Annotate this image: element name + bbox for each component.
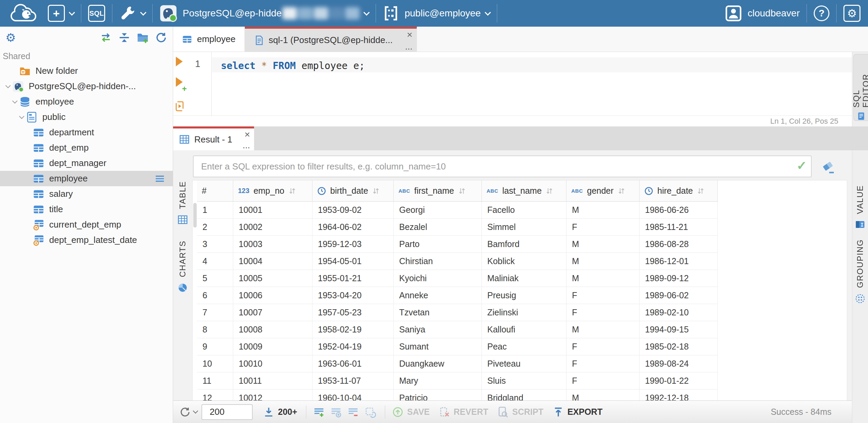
column-header-hire_date[interactable]: hire_date <box>640 180 718 201</box>
close-icon[interactable]: × <box>407 30 412 40</box>
grid-cell[interactable]: Patricio <box>394 390 482 400</box>
grid-cell[interactable]: F <box>566 355 640 372</box>
grid-cell[interactable]: Georgi <box>394 202 482 219</box>
grid-cell[interactable]: Sluis <box>482 372 566 390</box>
tab-value-panel[interactable]: VALUE <box>852 185 868 230</box>
row-number-cell[interactable]: 1 <box>197 202 233 219</box>
help-button[interactable]: ? <box>814 5 829 21</box>
connection-selector[interactable]: PostgreSQL@ep-hidde <box>159 4 369 22</box>
grid-cell[interactable]: 1953-11-07 <box>312 372 394 390</box>
collapse-all-icon[interactable] <box>118 31 130 44</box>
column-header-gender[interactable]: ABCgender <box>566 180 640 201</box>
tree-item-department[interactable]: department <box>0 125 173 140</box>
grid-cell[interactable]: Maliniak <box>482 270 566 287</box>
grid-cell[interactable]: M <box>566 321 640 338</box>
menu-handle-icon[interactable] <box>154 173 165 184</box>
row-number-cell[interactable]: 5 <box>197 270 233 287</box>
grid-cell[interactable]: Peac <box>482 338 566 355</box>
grid-cell[interactable]: 1989-06-02 <box>640 287 718 304</box>
tab-employee[interactable]: employee <box>173 27 245 52</box>
grid-cell[interactable]: 10002 <box>233 219 312 236</box>
execute-query-button[interactable] <box>176 57 183 66</box>
row-number-cell[interactable]: 10 <box>197 355 233 372</box>
grid-cell[interactable]: Duangkaew <box>394 355 482 372</box>
tab-result-1[interactable]: Result - 1 × ... <box>173 126 254 150</box>
grid-cell[interactable]: Bridgland <box>482 390 566 400</box>
scrollbar-thumb[interactable] <box>193 203 197 228</box>
grid-cell[interactable]: Sumant <box>394 338 482 355</box>
grid-cell[interactable]: 1963-06-01 <box>312 355 394 372</box>
execute-script-button[interactable] <box>174 100 185 112</box>
column-header-row-number[interactable]: # <box>197 180 233 201</box>
grid-cell[interactable]: 10007 <box>233 304 312 321</box>
row-limit-input[interactable] <box>201 404 253 420</box>
close-icon[interactable]: × <box>244 130 250 139</box>
duplicate-row-button[interactable] <box>330 406 342 418</box>
sort-icon[interactable] <box>546 187 554 195</box>
row-number-cell[interactable]: 7 <box>197 304 233 321</box>
grid-cell[interactable]: M <box>566 390 640 400</box>
code-area[interactable]: select * FROM employee e; <box>212 52 852 115</box>
grid-cell[interactable]: 10012 <box>233 390 312 400</box>
grid-cell[interactable]: 10009 <box>233 338 312 355</box>
refresh-button[interactable] <box>179 406 197 418</box>
chevron-down-icon[interactable] <box>17 116 26 118</box>
sort-icon[interactable] <box>618 187 626 195</box>
fetch-more-button[interactable]: 200+ <box>263 406 297 418</box>
column-header-first_name[interactable]: ABCfirst_name <box>394 180 482 201</box>
column-header-last_name[interactable]: ABClast_name <box>482 180 566 201</box>
sync-connections-icon[interactable] <box>100 31 112 44</box>
grid-cell[interactable]: F <box>566 287 640 304</box>
tab-sql-editor-side[interactable]: SQL EDITOR <box>853 54 868 121</box>
refresh-tree-icon[interactable] <box>155 31 167 44</box>
tools-button[interactable] <box>119 5 145 22</box>
tab-grouping-panel[interactable]: GROUPING <box>852 239 868 304</box>
row-number-cell[interactable]: 6 <box>197 287 233 304</box>
sort-icon[interactable] <box>289 187 297 195</box>
grid-cell[interactable]: Saniya <box>394 321 482 338</box>
tab-more-icon[interactable]: ... <box>243 141 250 150</box>
user-menu[interactable]: cloudbeaver <box>725 5 800 22</box>
cloudbeaver-logo-icon[interactable] <box>8 2 39 24</box>
tab-more-icon[interactable]: ... <box>405 42 412 51</box>
grid-cell[interactable]: 10001 <box>233 202 312 219</box>
settings-button[interactable]: ⚙ <box>843 5 860 22</box>
eraser-icon[interactable] <box>821 159 836 174</box>
grid-cell[interactable]: 10011 <box>233 372 312 390</box>
grid-cell[interactable]: 1994-09-15 <box>640 321 718 338</box>
grid-cell[interactable]: 1955-01-21 <box>312 270 394 287</box>
filter-input[interactable] <box>193 155 812 177</box>
apply-filter-icon[interactable]: ✓ <box>797 158 807 173</box>
revert-button[interactable]: REVERT <box>439 406 488 418</box>
grid-cell[interactable]: M <box>566 253 640 270</box>
row-number-cell[interactable]: 12 <box>197 390 233 400</box>
grid-cell[interactable]: 10006 <box>233 287 312 304</box>
grid-cell[interactable]: Anneke <box>394 287 482 304</box>
tree-item-dept-emp-latest-date[interactable]: dept_emp_latest_date <box>0 232 173 248</box>
grid-cell[interactable]: M <box>566 202 640 219</box>
grid-cell[interactable]: 10010 <box>233 355 312 372</box>
sort-icon[interactable] <box>697 187 705 195</box>
grid-cell[interactable]: Zielinski <box>482 304 566 321</box>
sort-icon[interactable] <box>372 187 380 195</box>
grid-cell[interactable]: 1989-09-12 <box>640 270 718 287</box>
delete-row-button[interactable] <box>347 406 359 418</box>
row-number-cell[interactable]: 4 <box>197 253 233 270</box>
tree-item-postgresql-ep-hidden-[interactable]: PostgreSQL@ep-hidden-... <box>0 79 173 94</box>
grid-cell[interactable]: Facello <box>482 202 566 219</box>
tab-table[interactable]: TABLE <box>173 178 192 230</box>
execute-new-tab-button[interactable] <box>176 77 183 87</box>
chevron-down-icon[interactable] <box>3 85 12 87</box>
grid-cell[interactable]: 1953-09-02 <box>312 202 394 219</box>
grid-cell[interactable]: Bezalel <box>394 219 482 236</box>
grid-cell[interactable]: 10005 <box>233 270 312 287</box>
chevron-down-icon[interactable] <box>10 100 19 103</box>
grid-cell[interactable]: 1952-04-19 <box>312 338 394 355</box>
schema-selector[interactable]: public@employee <box>383 5 490 22</box>
tree-item-public[interactable]: public <box>0 109 173 125</box>
script-button[interactable]: SCRIPT <box>497 406 544 418</box>
grid-cell[interactable]: 1957-05-23 <box>312 304 394 321</box>
grid-cell[interactable]: 1986-06-26 <box>640 202 718 219</box>
grid-cell[interactable]: 1985-02-18 <box>640 338 718 355</box>
new-object-button[interactable]: + <box>48 5 74 22</box>
